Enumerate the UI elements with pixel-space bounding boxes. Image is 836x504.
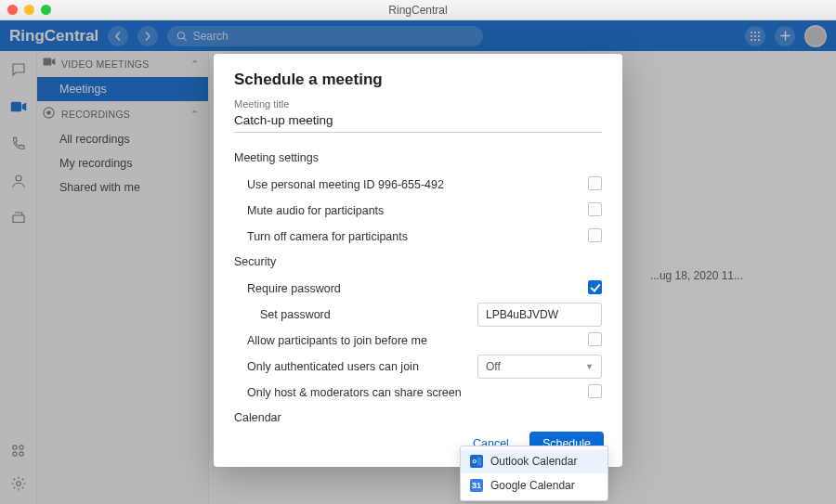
close-window-icon[interactable] — [7, 5, 18, 15]
set-password-label: Set password — [234, 308, 331, 321]
allow-before-host-label: Allow participants to join before me — [234, 334, 427, 347]
maximize-window-icon[interactable] — [41, 5, 51, 15]
chevron-down-icon: ▼ — [585, 362, 594, 371]
share-screen-label: Only host & moderators can share screen — [234, 386, 462, 399]
turn-off-camera-checkbox[interactable] — [588, 228, 602, 242]
meeting-settings-header: Meeting settings — [234, 151, 602, 164]
row-camera-off: Turn off camera for participants — [234, 224, 602, 250]
row-use-pmi: Use personal meeting ID 996-655-492 — [234, 172, 602, 198]
require-password-label: Require password — [234, 282, 341, 295]
mac-titlebar: RingCentral — [0, 0, 836, 20]
only-auth-select[interactable]: Off ▼ — [477, 355, 602, 379]
share-screen-checkbox[interactable] — [588, 384, 602, 398]
meeting-title-label: Meeting title — [234, 98, 602, 110]
allow-before-host-checkbox[interactable] — [588, 332, 602, 346]
window-title: RingCentral — [388, 4, 447, 17]
traffic-lights — [7, 5, 51, 15]
only-auth-label: Only authenticated users can join — [234, 360, 419, 373]
row-mute-audio: Mute audio for participants — [234, 198, 602, 224]
row-require-password: Require password — [234, 276, 602, 302]
mute-audio-checkbox[interactable] — [588, 202, 602, 216]
modal-title: Schedule a meeting — [234, 71, 602, 89]
minimize-window-icon[interactable] — [24, 5, 34, 15]
security-header: Security — [234, 255, 602, 268]
row-set-password: Set password — [234, 302, 602, 328]
calendar-option-outlook-label: Outlook Calendar — [490, 455, 577, 468]
row-allow-before-host: Allow participants to join before me — [234, 328, 602, 354]
mute-audio-label: Mute audio for participants — [234, 204, 384, 217]
outlook-icon — [470, 455, 483, 468]
only-auth-value: Off — [486, 360, 501, 373]
svg-rect-22 — [477, 458, 482, 466]
require-password-checkbox[interactable] — [588, 280, 602, 294]
calendar-option-google[interactable]: 31 Google Calendar — [461, 473, 607, 498]
turn-off-camera-label: Turn off camera for participants — [234, 230, 408, 243]
google-calendar-icon: 31 — [470, 479, 483, 492]
use-pmi-checkbox[interactable] — [588, 176, 602, 190]
calendar-option-google-label: Google Calendar — [490, 479, 575, 492]
schedule-meeting-modal: Schedule a meeting Meeting title Meeting… — [214, 54, 622, 467]
calendar-label: Calendar — [234, 411, 602, 424]
row-only-auth: Only authenticated users can join Off ▼ — [234, 354, 602, 380]
row-share-screen: Only host & moderators can share screen — [234, 380, 602, 406]
password-input[interactable] — [477, 303, 602, 327]
use-pmi-label: Use personal meeting ID 996-655-492 — [234, 178, 444, 191]
calendar-option-outlook[interactable]: Outlook Calendar — [461, 449, 607, 473]
meeting-title-input[interactable] — [234, 110, 602, 133]
calendar-dropdown-menu: Outlook Calendar 31 Google Calendar — [460, 446, 608, 501]
